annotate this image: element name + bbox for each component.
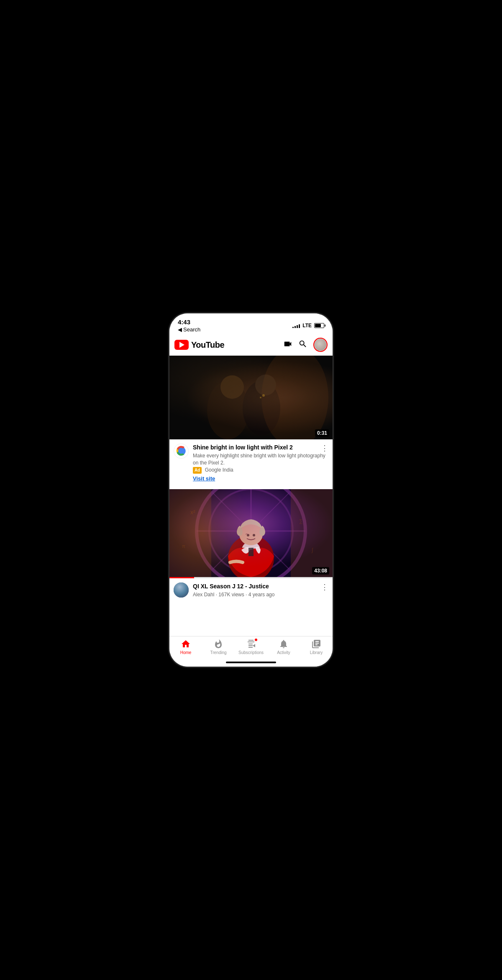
nav-home[interactable]: Home	[169, 639, 202, 655]
battery-fill	[315, 324, 321, 327]
signal-bar-3	[297, 325, 298, 328]
svg-rect-16	[291, 489, 333, 577]
svg-point-21	[237, 528, 243, 536]
google-logo	[176, 446, 187, 457]
nav-home-label: Home	[180, 650, 192, 655]
status-right: LTE	[292, 323, 324, 328]
ad-thumbnail[interactable]: 0:31	[169, 356, 333, 439]
camera-button[interactable]	[283, 339, 292, 351]
search-button[interactable]	[298, 339, 307, 351]
back-button[interactable]: ◀ Search	[178, 326, 200, 333]
svg-text:∫: ∫	[311, 547, 314, 553]
svg-rect-15	[169, 489, 211, 577]
svg-point-1	[207, 381, 249, 439]
ad-badge: Ad	[193, 467, 202, 474]
qi-video-info: QI XL Season J 12 - Justice Alex Dahl · …	[169, 578, 333, 603]
battery-icon	[314, 323, 324, 328]
svg-point-3	[243, 381, 280, 435]
nav-trending-label: Trending	[210, 650, 226, 655]
svg-point-9	[197, 489, 305, 577]
svg-rect-19	[248, 548, 254, 556]
svg-point-7	[261, 356, 328, 439]
svg-point-6	[260, 397, 261, 398]
ad-video-title: Shine bright in low light with Pixel 2	[193, 444, 328, 451]
svg-rect-0	[169, 356, 333, 439]
lte-label: LTE	[302, 323, 312, 328]
nav-home-icon-container	[181, 639, 191, 649]
svg-text:x²: x²	[190, 509, 195, 516]
ad-duration: 0:31	[315, 429, 329, 437]
back-label: Search	[183, 326, 200, 333]
trending-icon	[213, 639, 223, 649]
svg-text:∑: ∑	[299, 518, 303, 524]
qi-video-title: QI XL Season J 12 - Justice	[193, 582, 328, 590]
status-time: 4:43	[178, 318, 200, 326]
svg-point-23	[247, 534, 249, 536]
home-indicator-bar	[226, 662, 276, 663]
youtube-wordmark: YouTube	[191, 340, 224, 350]
account-avatar-button[interactable]	[313, 338, 328, 352]
video-card-qi: x² ∑ π ∫ 43:08 QI XL Season J 12 -	[169, 489, 333, 603]
qi-thumbnail-svg: x² ∑ π ∫	[169, 489, 333, 577]
channel-avatar-face	[174, 582, 189, 598]
nav-subscriptions[interactable]: Subscriptions	[235, 639, 267, 655]
app-header: YouTube	[169, 334, 333, 356]
qi-thumbnail-image: x² ∑ π ∫ 43:08	[169, 489, 333, 577]
svg-point-17	[228, 535, 274, 577]
back-arrow: ◀	[178, 326, 182, 333]
ad-channel-line: Ad Google India	[193, 467, 328, 474]
qi-video-meta: Alex Dahl · 167K views · 4 years ago	[193, 591, 328, 598]
bell-icon	[279, 639, 289, 649]
nav-activity-label: Activity	[277, 650, 290, 655]
signal-bar-1	[292, 327, 294, 328]
status-bar: 4:43 ◀ Search LTE	[169, 313, 333, 334]
visit-site-link[interactable]: Visit site	[193, 475, 328, 482]
ad-channel-name: Google India	[205, 467, 233, 473]
avatar-image	[315, 339, 326, 351]
ad-video-description: Make every highlight shine bright with l…	[193, 452, 328, 467]
status-left: 4:43 ◀ Search	[178, 318, 200, 333]
ad-thumbnail-image: 0:31	[169, 356, 333, 439]
nav-trending[interactable]: Trending	[202, 639, 235, 655]
library-icon	[311, 639, 321, 649]
nav-library[interactable]: Library	[300, 639, 333, 655]
nav-library-label: Library	[310, 650, 323, 655]
nav-subscriptions-icon-container	[246, 639, 256, 649]
qi-duration: 43:08	[312, 567, 329, 575]
svg-line-13	[213, 493, 289, 570]
svg-point-24	[253, 534, 255, 536]
ad-video-text: Shine bright in low light with Pixel 2 M…	[193, 444, 328, 482]
nav-library-icon-container	[311, 639, 321, 649]
svg-point-5	[262, 394, 265, 397]
svg-point-10	[209, 489, 293, 573]
google-channel-avatar[interactable]	[174, 444, 189, 459]
phone-frame: 4:43 ◀ Search LTE YouTube	[169, 313, 333, 667]
signal-bar-4	[299, 324, 300, 328]
signal-bars	[292, 323, 300, 328]
subscriptions-notification-dot	[254, 638, 258, 641]
nav-subscriptions-label: Subscriptions	[238, 650, 264, 655]
svg-point-18	[242, 541, 260, 558]
svg-rect-8	[169, 489, 333, 577]
play-triangle	[179, 342, 184, 348]
nav-trending-icon-container	[213, 639, 223, 649]
svg-point-4	[255, 375, 276, 395]
content-area[interactable]: 0:31 Shine bright in low light with Pixe…	[169, 356, 333, 636]
nav-activity[interactable]: Activity	[267, 639, 300, 655]
qi-thumbnail[interactable]: x² ∑ π ∫ 43:08	[169, 489, 333, 578]
home-indicator	[169, 658, 333, 667]
qi-more-options-button[interactable]: ⋮	[321, 582, 328, 592]
svg-point-20	[239, 523, 263, 545]
ad-more-options-button[interactable]: ⋮	[321, 444, 328, 453]
search-icon	[298, 339, 307, 349]
qi-channel-avatar[interactable]	[174, 582, 189, 598]
ad-thumbnail-svg	[169, 356, 333, 439]
svg-point-22	[259, 528, 265, 536]
bottom-nav: Home Trending Subscriptions	[169, 636, 333, 658]
signal-bar-2	[295, 326, 296, 328]
camera-icon	[283, 339, 292, 349]
svg-text:π: π	[182, 544, 185, 549]
logo-area: YouTube	[174, 340, 224, 350]
video-card-ad: 0:31 Shine bright in low light with Pixe…	[169, 356, 333, 486]
ad-video-info: Shine bright in low light with Pixel 2 M…	[169, 439, 333, 486]
